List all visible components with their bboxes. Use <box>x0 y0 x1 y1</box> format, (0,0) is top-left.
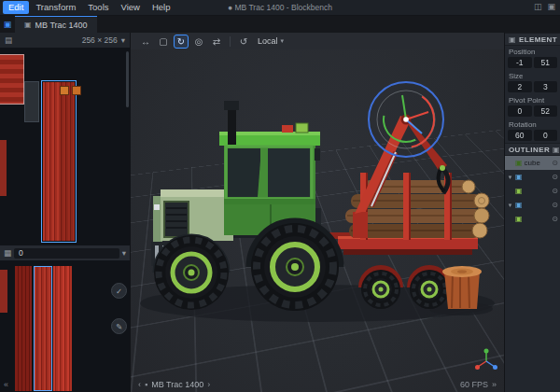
tab-label: MB Trac 1400 <box>35 21 88 30</box>
outliner-item-cube[interactable]: ▣ ⊙ <box>505 184 560 198</box>
chevron-down-icon[interactable]: ▾ <box>122 248 126 258</box>
position-y-field[interactable]: 51 <box>534 57 558 68</box>
element-panel-header[interactable]: ▣ ELEMENT <box>505 33 560 46</box>
collapse-right-icon[interactable]: » <box>492 380 497 389</box>
toolbar-divider <box>230 36 231 47</box>
uv-island-gray <box>24 81 39 122</box>
resize-tool-button[interactable]: ▢ <box>156 35 171 49</box>
viewport-toolbar: ↔ ▢ ↻ ◎ ⇄ ↺ Local ▾ <box>131 33 504 49</box>
size-x-field[interactable]: 2 <box>508 81 532 92</box>
chevron-down-icon[interactable]: ▾ <box>507 174 513 181</box>
axis-orientation-widget <box>474 347 498 375</box>
pivot-y-field[interactable]: 52 <box>534 105 558 117</box>
texture-strip-dark <box>15 266 32 391</box>
texture-icon[interactable]: ▤ <box>5 35 12 45</box>
move-tool-button[interactable]: ↔ <box>138 35 153 49</box>
visibility-icon[interactable]: ⊙ <box>552 173 558 181</box>
rotation-group: Rotation 60 0 <box>505 119 560 141</box>
chevron-down-icon[interactable]: ▾ <box>121 35 125 45</box>
keybinds-icon[interactable]: ◫ <box>534 2 542 11</box>
texture-strip-bright <box>53 266 72 391</box>
uv-controls: ▦ 0 ▾ <box>0 245 130 260</box>
outliner-panel-title: OUTLINER <box>509 146 550 154</box>
size-group: Size 2 3 <box>505 70 560 92</box>
outliner-item-cube[interactable]: ▣ cube ⊙ <box>505 156 560 170</box>
uv-selection-box[interactable] <box>41 80 77 243</box>
menu-tools[interactable]: Tools <box>82 1 114 14</box>
menu-view[interactable]: View <box>116 1 146 14</box>
prev-model-icon[interactable]: ‹ <box>138 380 141 389</box>
rotation-label: Rotation <box>505 119 560 130</box>
app-logo-icon[interactable]: ▣ <box>0 16 15 33</box>
fps-counter: 60 FPS <box>460 380 488 389</box>
edit-button[interactable]: ✎ <box>111 318 127 334</box>
chevron-down-icon[interactable]: ▾ <box>507 202 513 209</box>
rotation-gizmo[interactable] <box>367 80 445 159</box>
cube-icon: ▣ <box>515 159 523 167</box>
add-cube-icon[interactable]: ▣ <box>553 146 560 154</box>
outliner-panel-header[interactable]: OUTLINER ▣ ◇ + <box>505 143 560 156</box>
pivot-label: Pivot Point <box>505 94 560 105</box>
outliner-item-label: cube <box>525 159 551 167</box>
visibility-icon[interactable]: ⊙ <box>552 215 558 223</box>
outliner-item-group[interactable]: ▾ ▣ ⊙ <box>505 170 560 184</box>
cube-icon: ▣ <box>515 187 523 195</box>
size-label: Size <box>505 70 560 81</box>
uv-scrollbar[interactable] <box>126 51 129 107</box>
model-mb-trac-1400[interactable] <box>131 49 504 392</box>
outliner-item-group[interactable]: ▾ ▣ ⊙ <box>505 198 560 212</box>
tab-mb-trac-1400[interactable]: ▣ MB Trac 1400 <box>15 16 97 33</box>
pivot-tool-button[interactable]: ◎ <box>191 35 206 49</box>
statusbar-model-name[interactable]: MB Trac 1400 <box>151 380 203 389</box>
viewport: ↔ ▢ ↻ ◎ ⇄ ↺ Local ▾ <box>131 33 504 392</box>
uv-toolbar: ▤ 256 × 256 ▾ <box>0 33 130 48</box>
rotation-y-field[interactable]: 0 <box>534 130 558 141</box>
reset-camera-button[interactable]: ↺ <box>236 35 251 49</box>
mirror-tool-button[interactable]: ⇄ <box>209 35 224 49</box>
uv-offset-input[interactable]: 0 <box>14 248 119 259</box>
blockbench-window: Edit Transform Tools View Help ● MB Trac… <box>0 0 560 392</box>
model-dot-icon: ▪ <box>145 380 147 389</box>
uv-island-red <box>0 54 24 105</box>
menu-edit[interactable]: Edit <box>3 1 29 14</box>
rotation-x-field[interactable]: 60 <box>508 130 532 141</box>
viewport-canvas[interactable]: ‹ ▪ MB Trac 1400 › 60 FPS » <box>131 49 504 392</box>
size-y-field[interactable]: 3 <box>534 81 558 92</box>
cube-icon: ▣ <box>515 215 523 223</box>
pivot-group: Pivot Point 0 52 <box>505 94 560 117</box>
uv-handle-2[interactable] <box>72 86 81 95</box>
position-group: Position -1 51 <box>505 46 560 68</box>
texture-strip-selected <box>34 266 52 391</box>
confirm-button[interactable]: ✓ <box>111 283 127 299</box>
uv-editor-canvas[interactable] <box>0 48 130 245</box>
rotate-tool-button[interactable]: ↻ <box>174 35 189 49</box>
next-model-icon[interactable]: › <box>207 380 210 389</box>
grid-icon[interactable]: ▦ <box>4 248 11 258</box>
position-label: Position <box>505 46 560 57</box>
texture-size-label: 256 × 256 <box>82 35 118 45</box>
tab-bar: ▣ ▣ MB Trac 1400 <box>0 16 560 33</box>
position-x-field[interactable]: -1 <box>508 57 532 68</box>
uv-handle-1[interactable] <box>60 86 69 95</box>
tree-stump <box>442 266 482 309</box>
transform-space-dropdown[interactable]: Local ▾ <box>254 36 287 46</box>
visibility-icon[interactable]: ⊙ <box>552 187 558 195</box>
model-icon: ▣ <box>24 21 32 29</box>
menubar: Edit Transform Tools View Help ● MB Trac… <box>0 0 560 16</box>
visibility-icon[interactable]: ⊙ <box>552 159 558 167</box>
menu-help[interactable]: Help <box>147 1 176 14</box>
viewport-statusbar: ‹ ▪ MB Trac 1400 › 60 FPS » <box>131 377 504 392</box>
uv-island-sliver <box>0 140 7 196</box>
chevron-down-icon: ▾ <box>281 37 285 45</box>
menu-transform[interactable]: Transform <box>30 1 81 14</box>
visibility-icon[interactable]: ⊙ <box>552 201 558 209</box>
right-sidebar: ▣ ELEMENT Position -1 51 Size 2 3 Pivot … <box>504 33 560 392</box>
outliner-item-cube[interactable]: ▣ ⊙ <box>505 212 560 226</box>
element-icon: ▣ <box>509 35 516 44</box>
window-title: ● MB Trac 1400 - Blockbench <box>228 3 332 12</box>
group-icon: ▣ <box>515 201 523 209</box>
pivot-x-field[interactable]: 0 <box>508 105 532 117</box>
layout-icon[interactable]: ▣ <box>547 2 555 11</box>
collapse-left-icon[interactable]: « <box>4 380 8 389</box>
texture-sliver <box>0 270 7 313</box>
